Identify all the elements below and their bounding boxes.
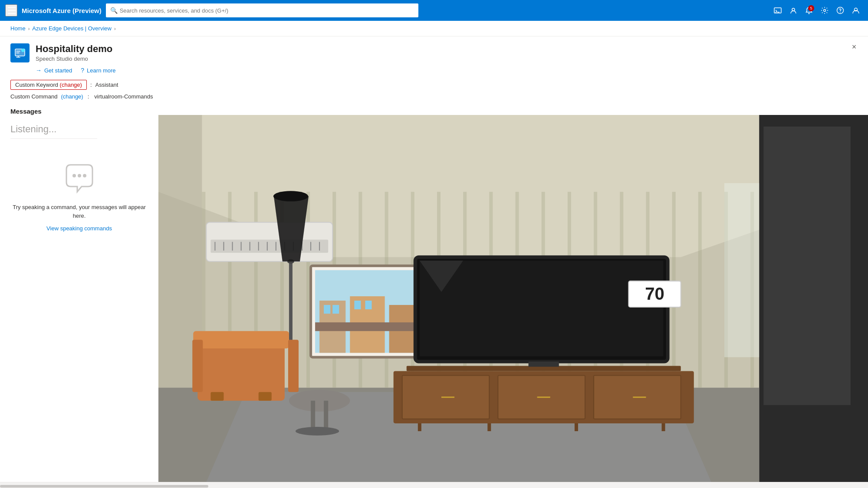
scrollbar-thumb[interactable] [0,485,208,488]
search-input[interactable] [106,3,418,17]
app-title: Microsoft Azure (Preview) [22,7,102,14]
config-section: Custom Keyword (change) : Assistant Cust… [0,74,868,103]
breadcrumb: Home › Azure Edge Devices | Overview › [0,21,868,36]
learn-more-label: Learn more [87,67,115,74]
page-header: Hospitality demo Speech Studio demo × [0,36,868,62]
breadcrumb-home[interactable]: Home [10,25,26,32]
page-icon [10,43,30,62]
svg-rect-98 [724,183,759,357]
action-links: → Get started ? Learn more [0,62,868,74]
svg-point-11 [78,174,81,177]
keyword-change-text: (change) [60,82,82,88]
command-change-link[interactable]: (change) [61,93,83,100]
help-button[interactable] [833,3,847,17]
custom-keyword-label: Custom Keyword [15,82,60,88]
page-subtitle: Speech Studio demo [36,56,858,62]
svg-point-10 [72,174,76,177]
svg-rect-70 [365,301,372,309]
messages-title: Messages [10,108,42,115]
page-title-area: Hospitality demo Speech Studio demo [36,43,858,62]
scrollbar-area[interactable] [0,485,868,488]
speak-message: Try speaking a command, your messages wi… [10,203,148,220]
chat-bubble-icon [62,160,97,195]
page-title: Hospitality demo [36,43,858,55]
custom-keyword-button[interactable]: Custom Keyword (change) [10,80,87,90]
breadcrumb-sep-2: › [114,26,116,31]
svg-rect-92 [210,392,224,401]
svg-rect-68 [332,305,339,314]
learn-more-link[interactable]: ? Learn more [81,67,115,74]
left-panel: Listening... Try speaking a command, you… [0,115,158,482]
command-config-row: Custom Command (change) : virtualroom-Co… [10,93,858,100]
svg-rect-39 [698,192,702,387]
command-label: Custom Command [10,93,57,100]
search-bar: 🔍 [106,3,418,17]
messages-section: Messages [0,103,868,115]
breadcrumb-azure-edge[interactable]: Azure Edge Devices | Overview [32,25,112,32]
svg-rect-69 [354,301,361,309]
main-area: Hospitality demo Speech Studio demo × → … [0,36,868,482]
svg-rect-91 [288,340,299,392]
svg-rect-93 [259,392,272,401]
command-value: virtualroom-Commands [94,93,153,100]
svg-point-6 [840,12,841,13]
svg-point-97 [296,427,339,436]
arrow-right-icon: → [36,67,42,74]
svg-point-94 [289,390,350,412]
content-split: Listening... Try speaking a command, you… [0,115,868,482]
svg-rect-24 [306,192,310,387]
notification-badge: 5 [808,5,814,11]
keyword-config-row: Custom Keyword (change) : Assistant [10,80,858,90]
svg-point-4 [824,10,826,12]
svg-text:70: 70 [645,284,664,304]
breadcrumb-sep-1: › [28,26,30,31]
get-started-link[interactable]: → Get started [36,67,72,74]
command-separator: : [88,93,89,100]
hamburger-menu[interactable] [5,4,17,16]
svg-rect-88 [197,340,285,400]
svg-rect-96 [324,401,328,431]
account-button[interactable] [849,3,863,17]
cloud-shell-button[interactable] [771,3,785,17]
keyword-separator: : [90,82,92,88]
listening-text: Listening... [10,124,56,135]
svg-rect-84 [420,261,664,357]
svg-rect-89 [193,331,289,348]
svg-rect-85 [529,361,559,367]
svg-rect-66 [315,322,420,331]
listening-divider [10,138,97,139]
directory-button[interactable] [786,3,800,17]
svg-point-60 [273,191,308,201]
svg-rect-17 [763,127,851,405]
close-button[interactable]: × [847,40,861,54]
settings-button[interactable] [818,3,832,17]
get-started-label: Get started [44,67,72,74]
top-nav: Microsoft Azure (Preview) 🔍 5 [0,0,868,21]
svg-point-12 [83,174,86,177]
notifications-button[interactable]: 5 [802,3,816,17]
svg-rect-95 [311,401,315,431]
room-image: 70 [158,115,868,482]
question-icon: ? [81,67,84,74]
nav-icons: 5 [771,3,863,17]
svg-point-3 [809,13,810,14]
svg-point-2 [792,8,795,11]
svg-rect-67 [324,305,330,314]
svg-rect-90 [192,340,203,392]
keyword-value: Assistant [95,82,118,88]
view-commands-link[interactable]: View speaking commands [46,225,112,232]
svg-point-9 [21,49,25,52]
